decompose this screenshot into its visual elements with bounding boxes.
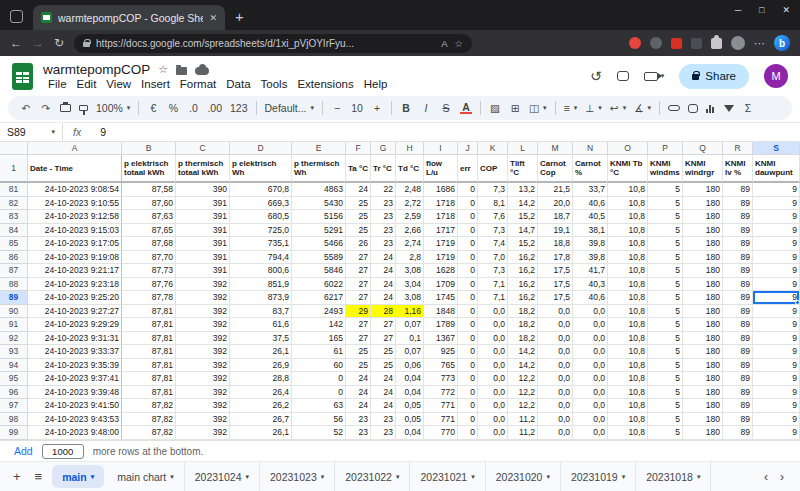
cell-B97[interactable]: 87,82 [122, 399, 176, 413]
cell-O82[interactable]: 10,8 [608, 197, 648, 211]
column-header-J[interactable]: J [458, 142, 478, 155]
cell-E83[interactable]: 5156 [292, 210, 346, 224]
menu-edit[interactable]: Edit [72, 78, 102, 90]
cell-L92[interactable]: 18,2 [508, 332, 538, 346]
cell-C92[interactable]: 392 [176, 332, 230, 346]
cell-A97[interactable]: 24-10-2023 9:41:50 [28, 399, 122, 413]
cell-J90[interactable]: 0 [458, 305, 478, 319]
cell-E99[interactable]: 52 [292, 426, 346, 440]
cell-N99[interactable]: 0,0 [573, 426, 608, 440]
fill-color-icon[interactable]: ▨ [489, 102, 501, 114]
move-folder-icon[interactable] [176, 67, 187, 75]
cell-A1[interactable]: Date - Time [28, 155, 122, 183]
row-header-95[interactable]: 95 [0, 372, 28, 386]
horizontal-align-icon[interactable]: ≡▾ [564, 102, 578, 114]
cell-H84[interactable]: 2,66 [396, 224, 424, 238]
cell-E87[interactable]: 5846 [292, 264, 346, 278]
menu-data[interactable]: Data [221, 78, 255, 90]
cell-S90[interactable]: 9 [753, 305, 800, 319]
browser-profile-icon[interactable] [731, 36, 745, 50]
cell-C97[interactable]: 392 [176, 399, 230, 413]
cell-E89[interactable]: 6217 [292, 291, 346, 305]
cell-N98[interactable]: 0,0 [573, 413, 608, 427]
cell-R1[interactable]: KNMI lv % [723, 155, 753, 183]
browser-tab[interactable]: warmtepompCOP - Google Shee ✕ [33, 5, 225, 30]
cell-K91[interactable]: 0,0 [478, 318, 508, 332]
cell-G86[interactable]: 24 [371, 251, 396, 265]
cell-Q82[interactable]: 180 [683, 197, 723, 211]
name-box[interactable]: S89 ▾ [0, 123, 62, 141]
cell-I85[interactable]: 1719 [424, 237, 458, 251]
cell-K96[interactable]: 0,0 [478, 386, 508, 400]
cell-D1[interactable]: p elektrisch Wh [230, 155, 292, 183]
cell-D93[interactable]: 26,1 [230, 345, 292, 359]
cell-L98[interactable]: 11,2 [508, 413, 538, 427]
cell-G92[interactable]: 27 [371, 332, 396, 346]
cell-L99[interactable]: 11,2 [508, 426, 538, 440]
sheet-tab-20231024[interactable]: 20231024▾ [185, 462, 260, 491]
cell-P93[interactable]: 5 [648, 345, 683, 359]
print-icon[interactable] [60, 104, 71, 112]
font-size-value[interactable]: 10 [351, 102, 363, 114]
cell-G95[interactable]: 24 [371, 372, 396, 386]
percent-format-icon[interactable]: % [167, 102, 179, 114]
share-button[interactable]: Share [679, 64, 749, 89]
cell-L90[interactable]: 18,2 [508, 305, 538, 319]
account-avatar[interactable]: M [764, 64, 788, 88]
cell-O86[interactable]: 10,8 [608, 251, 648, 265]
cell-G93[interactable]: 25 [371, 345, 396, 359]
cell-H81[interactable]: 2,48 [396, 183, 424, 197]
cell-H97[interactable]: 0,05 [396, 399, 424, 413]
cell-L95[interactable]: 12,2 [508, 372, 538, 386]
cell-I81[interactable]: 1686 [424, 183, 458, 197]
url-text[interactable]: https://docs.google.com/spreadsheets/d/1… [96, 38, 435, 49]
cell-C99[interactable]: 392 [176, 426, 230, 440]
cell-A95[interactable]: 24-10-2023 9:37:41 [28, 372, 122, 386]
functions-icon[interactable]: Σ [742, 102, 754, 114]
cell-I99[interactable]: 770 [424, 426, 458, 440]
cell-H95[interactable]: 0,04 [396, 372, 424, 386]
cell-A98[interactable]: 24-10-2023 9:43:53 [28, 413, 122, 427]
cell-J98[interactable]: 0 [458, 413, 478, 427]
cell-C87[interactable]: 391 [176, 264, 230, 278]
undo-icon[interactable]: ↶ [20, 102, 32, 114]
cell-P85[interactable]: 5 [648, 237, 683, 251]
cell-C81[interactable]: 390 [176, 183, 230, 197]
cell-R89[interactable]: 89 [723, 291, 753, 305]
cell-O99[interactable]: 10,8 [608, 426, 648, 440]
cell-P98[interactable]: 5 [648, 413, 683, 427]
cell-K83[interactable]: 7,6 [478, 210, 508, 224]
cell-J96[interactable]: 0 [458, 386, 478, 400]
cell-E96[interactable]: 0 [292, 386, 346, 400]
column-header-D[interactable]: D [230, 142, 292, 155]
cell-F87[interactable]: 27 [346, 264, 371, 278]
comment-icon[interactable] [617, 71, 629, 81]
row-header-92[interactable]: 92 [0, 332, 28, 346]
scroll-tabs-left-icon[interactable]: ‹ [764, 470, 768, 484]
cell-S86[interactable]: 9 [753, 251, 800, 265]
cell-S92[interactable]: 9 [753, 332, 800, 346]
column-header-Q[interactable]: Q [683, 142, 723, 155]
cell-M89[interactable]: 17,5 [538, 291, 573, 305]
url-bar[interactable]: https://docs.google.com/spreadsheets/d/1… [74, 34, 472, 53]
cell-R87[interactable]: 89 [723, 264, 753, 278]
cell-F94[interactable]: 25 [346, 359, 371, 373]
row-header-99[interactable]: 99 [0, 426, 28, 440]
cell-N82[interactable]: 40,6 [573, 197, 608, 211]
cell-L84[interactable]: 14,7 [508, 224, 538, 238]
new-tab-button[interactable]: + [235, 8, 244, 25]
cell-F86[interactable]: 27 [346, 251, 371, 265]
cell-K95[interactable]: 0,0 [478, 372, 508, 386]
cell-G85[interactable]: 23 [371, 237, 396, 251]
cell-L96[interactable]: 12,2 [508, 386, 538, 400]
column-header-L[interactable]: L [508, 142, 538, 155]
cell-E86[interactable]: 5589 [292, 251, 346, 265]
cell-D82[interactable]: 669,3 [230, 197, 292, 211]
column-header-F[interactable]: F [346, 142, 371, 155]
cell-L93[interactable]: 14,2 [508, 345, 538, 359]
cell-M87[interactable]: 17,5 [538, 264, 573, 278]
row-header-90[interactable]: 90 [0, 305, 28, 319]
cell-F98[interactable]: 23 [346, 413, 371, 427]
cell-O93[interactable]: 10,8 [608, 345, 648, 359]
cell-D85[interactable]: 735,1 [230, 237, 292, 251]
